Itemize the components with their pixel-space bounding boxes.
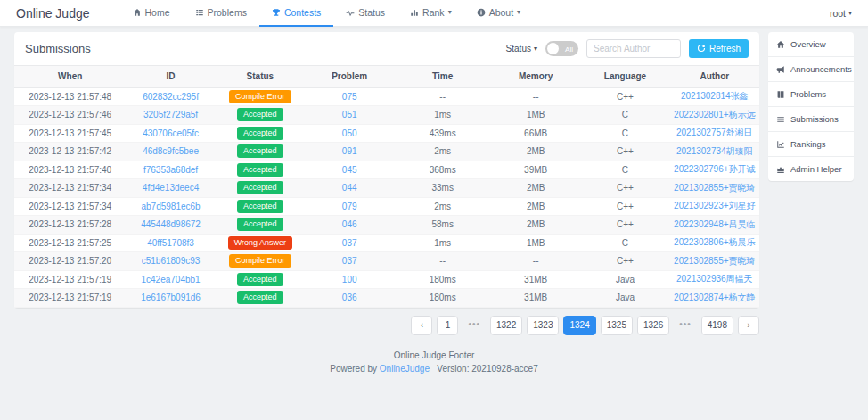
- cell-id: 1c42ea704bb1: [126, 270, 215, 289]
- submission-id-link[interactable]: ab7d5981ec6b: [141, 202, 200, 211]
- submission-id-link[interactable]: 40ff51708f3: [147, 238, 194, 248]
- nav-item-contests[interactable]: Contests: [259, 0, 333, 27]
- problem-link[interactable]: 044: [342, 183, 357, 193]
- sidebar-item-problems[interactable]: Problems: [768, 82, 854, 107]
- author-link[interactable]: 2021302936周韫天: [676, 274, 753, 284]
- sidebar-item-admin-helper[interactable]: Admin Helper: [768, 157, 854, 181]
- trophy-icon: [272, 8, 281, 17]
- cell-id: c51b61809c93: [126, 252, 215, 271]
- footer-powered: Powered by OnlineJudge Version: 20210928…: [0, 362, 868, 376]
- submission-id-link[interactable]: 4fd4e13deec4: [143, 183, 199, 193]
- panel-title: Submissions: [25, 42, 91, 55]
- submission-id-link[interactable]: 445448d98672: [141, 219, 201, 229]
- problem-link[interactable]: 079: [342, 202, 357, 211]
- author-link[interactable]: 2022302796+孙开诚: [674, 164, 755, 174]
- chart-icon: [776, 140, 785, 149]
- cell-language: C++: [580, 216, 669, 235]
- author-link[interactable]: 2022302806+杨晨乐: [674, 237, 755, 247]
- panel-controls: Status ▾ All Refresh: [506, 39, 749, 58]
- table-row: 2023-12-13 21:57:191e6167b091d6Accepted0…: [14, 289, 759, 308]
- powered-by-link[interactable]: OnlineJudge: [380, 364, 430, 374]
- user-menu[interactable]: root ▾: [830, 8, 852, 19]
- page-button-1323[interactable]: 1323: [527, 316, 559, 335]
- cell-problem: 037: [305, 234, 394, 252]
- status-badge: Accepted: [237, 163, 283, 177]
- page-footer: Online Judge Footer Powered by OnlineJud…: [0, 349, 868, 376]
- page-button-1322[interactable]: 1322: [490, 316, 522, 335]
- submission-id-link[interactable]: 1e6167b091d6: [141, 292, 201, 302]
- crown-icon: [776, 165, 785, 174]
- cell-memory: 1MB: [491, 234, 580, 252]
- table-row: 2023-12-13 21:57:20c51b61809c93Compile E…: [14, 252, 759, 271]
- cell-language: C++: [580, 179, 669, 198]
- cell-when: 2023-12-13 21:57:46: [14, 106, 126, 125]
- refresh-button[interactable]: Refresh: [689, 39, 749, 58]
- prev-page-button[interactable]: ‹: [411, 316, 432, 335]
- author-link[interactable]: 2022302801+杨示远: [674, 110, 755, 119]
- problem-link[interactable]: 075: [342, 92, 357, 102]
- page-button-1324[interactable]: 1324: [563, 316, 595, 335]
- page-button-1[interactable]: 1: [437, 316, 458, 335]
- cell-id: 430706ce05fc: [126, 124, 215, 143]
- status-badge: Accepted: [237, 127, 283, 140]
- sidebar-item-announcements[interactable]: Announcements: [768, 57, 854, 82]
- chevron-down-icon: ▾: [517, 9, 520, 16]
- problem-link[interactable]: 037: [342, 256, 357, 266]
- author-link[interactable]: 2021302757舒湘日: [676, 128, 753, 137]
- nav-item-rank[interactable]: Rank▾: [397, 0, 464, 27]
- nav-item-status[interactable]: Status: [333, 0, 397, 27]
- problem-link[interactable]: 045: [342, 165, 357, 175]
- author-link[interactable]: 2021302734胡臻阳: [676, 146, 753, 156]
- cell-language: C: [580, 161, 669, 179]
- submission-id-link[interactable]: 430706ce05fc: [143, 128, 199, 138]
- status-filter-dropdown[interactable]: Status ▾: [506, 44, 537, 54]
- next-page-button[interactable]: ›: [738, 316, 759, 335]
- submission-id-link[interactable]: 3205f2729a5f: [143, 110, 198, 119]
- page-button-4198[interactable]: 4198: [701, 316, 733, 335]
- cell-when: 2023-12-13 21:57:19: [14, 289, 126, 308]
- author-link[interactable]: 2021302855+贾晓琦: [674, 183, 755, 193]
- author-link[interactable]: 2021302923+刘星好: [674, 201, 755, 210]
- submission-id-link[interactable]: 602832cc295f: [143, 92, 199, 102]
- table-row: 2023-12-13 21:57:28445448d98672Accepted0…: [14, 216, 759, 235]
- nav-item-problems[interactable]: Problems: [183, 0, 259, 27]
- sidebar-item-submissions[interactable]: Submissions: [768, 107, 854, 132]
- author-link[interactable]: 2021302874+杨文静: [674, 292, 755, 302]
- nav-item-label: Problems: [208, 7, 247, 18]
- author-link[interactable]: 2021302855+贾晓琦: [674, 256, 755, 266]
- cell-status: Accepted: [216, 216, 305, 235]
- nav-item-about[interactable]: About▾: [464, 0, 533, 27]
- submissions-table: WhenIDStatusProblemTimeMemoryLanguageAut…: [14, 66, 759, 308]
- sidebar-item-rankings[interactable]: Rankings: [768, 132, 854, 157]
- page-button-1326[interactable]: 1326: [637, 316, 669, 335]
- submission-id-link[interactable]: 46d8c9fc5bee: [143, 146, 199, 156]
- cell-language: C++: [580, 252, 669, 271]
- problem-link[interactable]: 037: [342, 238, 357, 248]
- cell-time: 368ms: [394, 161, 491, 179]
- table-row: 2023-12-13 21:57:463205f2729a5fAccepted0…: [14, 106, 759, 125]
- problem-link[interactable]: 036: [342, 292, 357, 302]
- cell-when: 2023-12-13 21:57:20: [14, 252, 126, 271]
- problem-link[interactable]: 091: [342, 146, 357, 156]
- contest-sidebar: OverviewAnnouncementsProblemsSubmissions…: [768, 32, 854, 181]
- problem-link[interactable]: 050: [342, 128, 357, 138]
- submission-id-link[interactable]: 1c42ea704bb1: [141, 275, 200, 284]
- problem-link[interactable]: 046: [342, 219, 357, 229]
- all-mine-toggle[interactable]: All: [545, 41, 578, 56]
- page-button-1325[interactable]: 1325: [601, 316, 633, 335]
- problem-link[interactable]: 051: [342, 110, 357, 119]
- home-icon: [133, 8, 142, 17]
- column-header-when: When: [14, 66, 126, 87]
- sidebar-item-overview[interactable]: Overview: [768, 32, 854, 57]
- problem-link[interactable]: 100: [342, 275, 357, 284]
- author-link[interactable]: 2022302948+吕昊临: [674, 219, 755, 229]
- app-brand[interactable]: Online Judge: [16, 6, 90, 21]
- submission-id-link[interactable]: f76353a68def: [143, 165, 198, 175]
- author-link[interactable]: 2021302814张鑫: [681, 91, 749, 101]
- submission-id-link[interactable]: c51b61809c93: [142, 256, 201, 266]
- status-filter-label: Status: [506, 44, 531, 54]
- nav-item-home[interactable]: Home: [120, 0, 183, 27]
- problems-icon: [195, 8, 204, 17]
- search-author-input[interactable]: [586, 39, 681, 58]
- cell-when: 2023-12-13 21:57:34: [14, 179, 126, 198]
